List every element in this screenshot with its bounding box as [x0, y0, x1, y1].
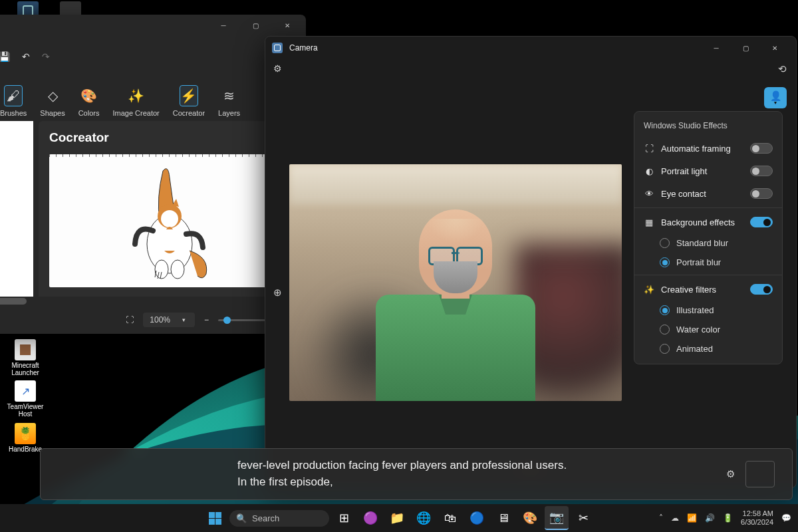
- ribbon-shapes[interactable]: ◇ Shapes: [33, 56, 71, 121]
- explorer-icon[interactable]: 📁: [385, 506, 409, 530]
- redo-icon[interactable]: ↷: [42, 51, 50, 62]
- ribbon-image-creator[interactable]: ✨ Image Creator: [106, 56, 166, 121]
- effects-toggle-button[interactable]: 👤 ▾: [764, 87, 787, 108]
- toggle[interactable]: [750, 284, 773, 295]
- light-icon: ◐: [644, 166, 654, 176]
- paint-window: ─ ▢ ✕ 💾 ↶ ↷ 🖌 Brushes ◇ Shapes 🎨 Colors …: [0, 15, 306, 334]
- ribbon-cocreator[interactable]: ⚡ Cocreator: [166, 56, 211, 121]
- settings-icon[interactable]: ⚙: [273, 63, 282, 74]
- clock[interactable]: 12:58 AM 6/30/2024: [741, 509, 773, 527]
- onedrive-icon[interactable]: ☁: [671, 513, 679, 523]
- blur-icon: ▦: [644, 217, 654, 227]
- creative-option-animated[interactable]: Animated: [634, 339, 782, 358]
- live-caption-bar[interactable]: fever-level production facing fever play…: [40, 448, 793, 500]
- camera-app-icon: [272, 43, 283, 53]
- zoom-value: 100%: [150, 315, 170, 325]
- taskbar: 🔍 Search ⊞ 🟣 📁 🌐 🛍 🔵 🖥 🎨 📷 ✂ ˄ ☁ 📶 🔊 🔋 1…: [0, 504, 798, 532]
- tray-chevron-icon[interactable]: ˄: [659, 513, 663, 523]
- option-label: Illustrated: [676, 305, 714, 315]
- icon-label: TeamViewer Host: [7, 403, 44, 418]
- minimize-button[interactable]: ─: [209, 16, 238, 35]
- settings-icon[interactable]: 🖥: [491, 506, 515, 530]
- fx-portrait-light[interactable]: ◐ Portrait light: [634, 160, 782, 182]
- desktop-icon-handbrake[interactable]: HandBrake: [5, 423, 45, 453]
- desktop-icon-minecraft[interactable]: Minecraft Launcher: [5, 339, 45, 376]
- taskbar-search[interactable]: 🔍 Search: [229, 510, 329, 527]
- close-button[interactable]: ✕: [760, 39, 789, 57]
- quick-access: 💾 ↶ ↷: [0, 51, 50, 62]
- fit-screen-icon[interactable]: ⛶: [126, 315, 134, 325]
- shapes-icon: ◇: [43, 85, 62, 106]
- paint-titlebar: ─ ▢ ✕: [0, 15, 306, 36]
- clipchamp-icon[interactable]: 🔵: [465, 506, 489, 530]
- ribbon-label: Brushes: [0, 109, 27, 117]
- copilot-icon[interactable]: 🟣: [358, 506, 382, 530]
- chevron-down-icon: ▾: [774, 100, 777, 106]
- ribbon-colors[interactable]: 🎨 Colors: [72, 56, 106, 121]
- ribbon-label: Colors: [78, 109, 100, 117]
- paint-ribbon: 🖌 Brushes ◇ Shapes 🎨 Colors ✨ Image Crea…: [0, 36, 306, 121]
- task-view-icon[interactable]: ⊞: [332, 506, 356, 530]
- fx-label: Automatic framing: [661, 144, 743, 154]
- creative-option-watercolor[interactable]: Water color: [634, 320, 782, 339]
- switch-camera-icon[interactable]: ⟲: [778, 63, 787, 75]
- close-button[interactable]: ✕: [273, 16, 302, 35]
- horizontal-scrollbar[interactable]: [0, 297, 301, 306]
- notifications-icon[interactable]: 💬: [781, 513, 791, 523]
- maximize-button[interactable]: ▢: [241, 16, 270, 35]
- fx-auto-framing[interactable]: ⛶ Automatic framing: [634, 137, 782, 160]
- radio[interactable]: [660, 238, 670, 248]
- fx-background-effects[interactable]: ▦ Background effects: [634, 211, 782, 233]
- caption-settings-icon[interactable]: ⚙: [721, 463, 740, 485]
- camera-window: Camera ─ ▢ ✕ ⚙ ⟲ 👤 ▾ ⊕: [265, 36, 797, 488]
- zoom-out-icon[interactable]: −: [204, 315, 209, 325]
- minimize-button[interactable]: ─: [702, 39, 731, 57]
- snip-icon[interactable]: ✂: [571, 506, 595, 530]
- ribbon-brushes[interactable]: 🖌 Brushes: [0, 56, 33, 121]
- ribbon-label: Cocreator: [173, 109, 205, 117]
- radio[interactable]: [660, 344, 670, 354]
- paint-canvas[interactable]: [0, 121, 33, 306]
- sparkle-image-icon: ✨: [127, 85, 146, 106]
- radio[interactable]: [660, 325, 670, 334]
- paint-icon[interactable]: 🎨: [518, 506, 542, 530]
- window-title: Camera: [289, 43, 702, 53]
- fx-creative-filters[interactable]: ✨ Creative filters: [634, 278, 782, 301]
- toggle[interactable]: [750, 166, 773, 176]
- maximize-button[interactable]: ▢: [731, 39, 760, 57]
- camera-viewfinder: [289, 164, 622, 401]
- cocreator-preview[interactable]: [49, 154, 290, 287]
- caption-thumbnail[interactable]: [745, 461, 775, 487]
- undo-icon[interactable]: ↶: [22, 51, 30, 62]
- framing-icon: ⛶: [644, 144, 654, 154]
- caption-text: fever-level production facing fever play…: [58, 458, 721, 490]
- fx-label: Eye contact: [661, 189, 743, 199]
- store-icon[interactable]: 🛍: [438, 506, 462, 530]
- radio[interactable]: [660, 257, 670, 267]
- radio[interactable]: [660, 305, 670, 315]
- edge-icon[interactable]: 🌐: [412, 506, 436, 530]
- camera-taskbar-icon[interactable]: 📷: [545, 506, 569, 530]
- option-label: Water color: [676, 325, 720, 334]
- wifi-icon[interactable]: 📶: [687, 513, 697, 523]
- bg-option-portrait[interactable]: Portrait blur: [634, 253, 782, 272]
- save-icon[interactable]: 💾: [0, 51, 10, 62]
- caption-line: fever-level production facing fever play…: [237, 459, 567, 471]
- toggle[interactable]: [750, 217, 773, 227]
- volume-icon[interactable]: 🔊: [705, 513, 715, 523]
- creative-option-illustrated[interactable]: Illustrated: [634, 301, 782, 320]
- toggle[interactable]: [750, 143, 773, 154]
- fx-eye-contact[interactable]: 👁 Eye contact: [634, 182, 782, 205]
- icon-label: HandBrake: [9, 446, 42, 453]
- zoom-icon[interactable]: ⊕: [273, 287, 282, 299]
- ribbon-layers[interactable]: ≋ Layers: [211, 56, 247, 121]
- start-button[interactable]: [203, 506, 227, 530]
- desktop-icon-teamviewer[interactable]: TeamViewer Host: [5, 380, 45, 418]
- bg-option-standard[interactable]: Standard blur: [634, 233, 782, 253]
- studio-effects-panel: Windows Studio Effects ⛶ Automatic frami…: [634, 111, 783, 364]
- chevron-down-icon: ▾: [182, 317, 186, 323]
- toggle[interactable]: [750, 188, 773, 199]
- battery-icon[interactable]: 🔋: [723, 513, 733, 523]
- option-label: Standard blur: [676, 238, 728, 248]
- zoom-selector[interactable]: 100% ▾: [143, 313, 195, 327]
